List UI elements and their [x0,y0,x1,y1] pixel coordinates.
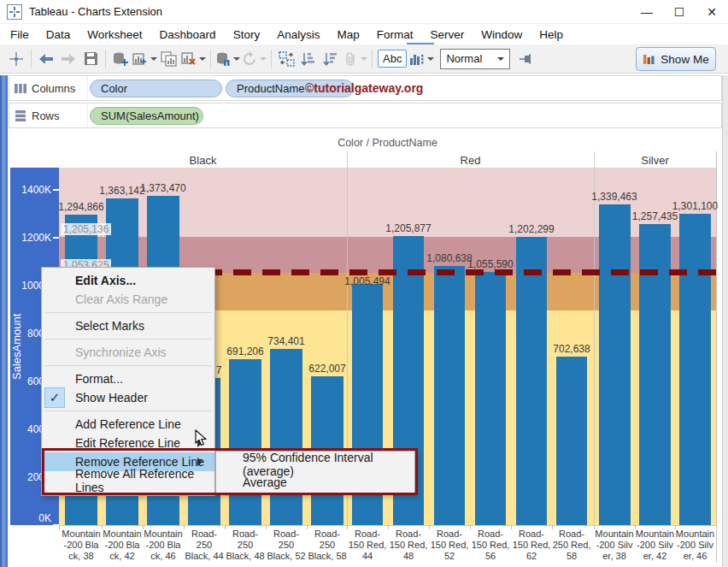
bar[interactable] [599,204,631,525]
x-axis-category-label[interactable]: Road-250Black, 48 [223,529,267,562]
x-axis-category-label[interactable]: Mountain-200 Silver, 46 [673,529,718,562]
rows-shelf-label-zone: Rows [9,103,88,127]
columns-shelf[interactable]: Columns ColorProductName ©tutorialgatewa… [9,75,722,101]
menu-file[interactable]: File [2,26,38,44]
pane-header-red[interactable]: Red [347,154,594,167]
bar[interactable] [639,224,671,525]
menu-map[interactable]: Map [328,26,367,44]
context-menu-item[interactable]: ✓Show Header [42,388,214,407]
x-label-line: Road- [182,529,226,540]
context-menu-item[interactable]: Select Marks [42,316,214,335]
bar[interactable] [229,359,261,525]
bar-value-label: 734,401 [248,335,325,347]
x-axis-category-label[interactable]: Mountain-200 Silver, 42 [633,529,678,562]
x-label-line: Road- [223,529,267,540]
chart-field-labels[interactable]: Color / ProductName [171,137,604,149]
menu-window[interactable]: Window [473,26,531,44]
pause-updates-dropdown-caret[interactable] [233,57,240,61]
highlight-dropdown-button[interactable] [409,48,434,70]
pane-header-black[interactable]: Black [59,154,347,167]
x-axis-category-label[interactable]: Road-250 Red,58 [549,529,594,562]
x-label-line: Black, 48 [223,551,267,562]
x-axis-category-label[interactable]: Road-250Black, 44 [182,529,226,562]
clear-sheet-button[interactable] [181,48,206,70]
menu-worksheet[interactable]: Worksheet [79,26,150,44]
menu-analysis[interactable]: Analysis [268,26,328,44]
menu-dashboard[interactable]: Dashboard [151,26,225,44]
x-axis-category-label[interactable]: Road-150 Red,56 [468,529,513,562]
x-label-line: 250 [223,540,267,551]
bar[interactable] [516,237,547,525]
save-icon[interactable] [80,48,101,70]
show-mark-labels-button[interactable]: Abc [378,50,407,68]
x-axis-category-label[interactable]: Mountain-200 Silver, 38 [592,529,637,562]
menu-help[interactable]: Help [531,26,572,44]
x-label-line: 250 [264,540,308,551]
pane-divider [594,151,595,525]
context-menu-separator [42,407,214,415]
pane-header-silver[interactable]: Silver [594,154,716,167]
x-axis-category-label[interactable]: Road-150 Red,52 [427,529,472,562]
maximize-button[interactable]: ☐ [663,0,696,24]
context-menu-item[interactable]: Edit Axis... [42,271,214,290]
close-button[interactable]: ✕ [696,0,728,24]
bar[interactable] [270,349,302,525]
redo-button[interactable] [58,48,79,70]
context-menu-item[interactable]: Synchronize Axis [42,343,214,362]
x-axis-category-label[interactable]: Road-150 Red,44 [345,529,390,562]
show-me-button[interactable]: Show Me [636,47,716,71]
x-axis-category-label[interactable]: Mountain-200 Black, 46 [141,529,185,562]
refresh-button[interactable] [242,48,267,70]
bar-value-label: 622,007 [289,363,366,375]
menu-format[interactable]: Format [368,26,422,44]
toolbar-separator [210,50,211,68]
x-label-line: 44 [345,551,390,562]
x-axis-category-label[interactable]: Mountain-200 Black, 42 [100,529,144,562]
left-panel-strip[interactable] [0,75,8,567]
bar[interactable] [679,214,711,525]
pill-sum-salesamount[interactable]: SUM(SalesAmount) [90,107,203,125]
context-menu-item[interactable]: Clear Axis Range [42,290,214,309]
checkmark-icon: ✓ [44,387,65,408]
bar[interactable] [556,357,587,525]
x-label-line: Road- [427,529,472,540]
minimize-button[interactable]: — [631,0,663,24]
duplicate-sheet-icon[interactable] [159,48,179,70]
new-worksheet-button[interactable] [132,48,157,70]
x-label-line: 52 [427,551,472,562]
x-axis-category-label[interactable]: Road-250Black, 58 [305,529,349,562]
x-axis-category-label[interactable]: Mountain-200 Black, 38 [59,529,103,562]
y-axis-title: SalesAmount [10,257,27,436]
new-worksheet-dropdown-caret[interactable] [150,57,157,61]
highlight-dropdown-caret[interactable] [427,57,434,61]
swap-rows-columns-button[interactable] [276,48,296,70]
undo-button[interactable] [36,48,56,70]
refresh-dropdown-caret [260,57,267,61]
context-menu-item-label: Add Reference Line [75,417,181,431]
x-axis-category-label[interactable]: Road-150 Red,62 [509,529,554,562]
context-menu-item[interactable]: Add Reference Line [42,415,214,434]
columns-icon [15,83,26,94]
fix-axes-pin-icon[interactable] [516,48,537,70]
menu-story[interactable]: Story [225,26,269,44]
x-axis-category-label[interactable]: Road-150 Red,48 [386,529,431,562]
bar[interactable] [475,272,506,525]
context-menu-item[interactable]: Format... [42,369,214,388]
context-menu-item-label: Clear Axis Range [75,292,167,306]
fit-dropdown[interactable]: Normal [440,49,510,69]
clear-sheet-dropdown-caret[interactable] [199,57,206,61]
x-axis-category-label[interactable]: Road-250Black, 52 [264,529,308,562]
x-label-line: 250 Red, [549,540,594,551]
rows-shelf[interactable]: Rows SUM(SalesAmount) [9,103,722,128]
menu-server[interactable]: Server [421,26,473,44]
sort-ascending-button[interactable] [298,48,319,70]
context-menu-item-label: Edit Axis... [75,274,136,287]
menu-data[interactable]: Data [38,26,79,44]
bar[interactable] [434,266,465,525]
toolbar: Abc Normal Show Me [0,44,728,74]
sort-descending-button[interactable] [320,48,341,70]
pill-color[interactable]: Color [90,80,222,97]
pause-updates-button[interactable] [215,48,240,70]
new-datasource-icon[interactable] [110,48,131,70]
tableau-logo-icon[interactable] [6,48,26,70]
